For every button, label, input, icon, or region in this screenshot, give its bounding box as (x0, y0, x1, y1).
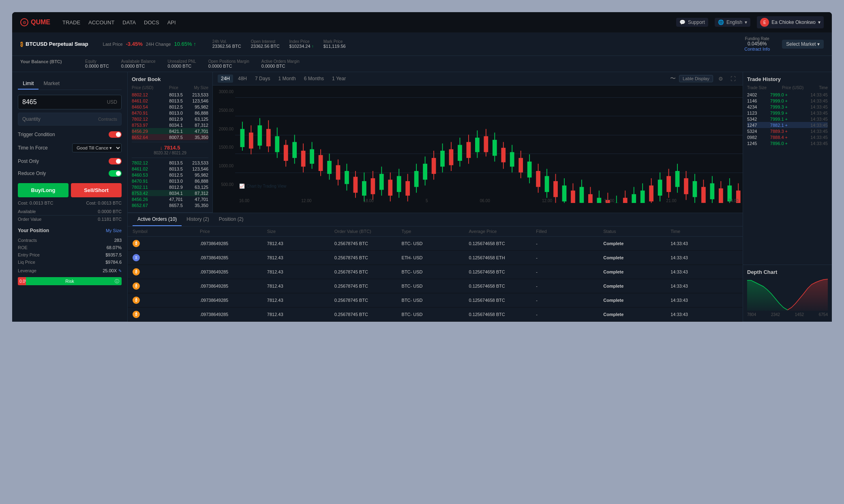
bid-row[interactable]: 8460.53 8012.5 95,982 (132, 172, 208, 178)
order-row[interactable]: ₿ .09738649285 7812.43 0.25678745 BTC BT… (128, 308, 743, 322)
user-menu[interactable]: E Ea Chioke Okonkwo ▾ (757, 16, 824, 28)
x-label-1: 12.00 (301, 199, 311, 203)
svg-rect-37 (397, 176, 401, 192)
bid-row[interactable]: 8461.02 8013.5 123,546 (132, 166, 208, 172)
contract-info-link[interactable]: Contract Info (744, 47, 770, 51)
qty-input[interactable] (22, 113, 98, 125)
ask-row[interactable]: 8652.64 8007.5 35,350 (132, 134, 208, 140)
chart-tab-48h[interactable]: 48H (235, 75, 250, 83)
order-symbol: ₿ (133, 268, 200, 275)
nav-api[interactable]: API (167, 18, 176, 27)
order-symbol: ₿ (133, 297, 200, 304)
last-price-value: -3.45% (126, 41, 143, 47)
support-button[interactable]: 💬 Support (676, 18, 708, 27)
trigger-toggle[interactable] (109, 131, 122, 138)
x-label-4: 06.00 (480, 199, 490, 203)
chart-tab-7d[interactable]: 7 Days (252, 75, 273, 83)
nav-trade[interactable]: TRADE (62, 18, 80, 27)
sell-short-button[interactable]: Sell/Short (71, 183, 122, 197)
bid-row[interactable]: 8456.26 47,701 47,701 (132, 196, 208, 202)
vol-value: 23362.56 BTC (212, 44, 241, 49)
price-input[interactable] (22, 95, 107, 109)
equity-item: Equity 0.0000 BTC (85, 59, 109, 68)
order-row[interactable]: ₿ .09738649285 7812.43 0.25678745 BTC BT… (128, 265, 743, 279)
available-row: Available 0.0000 BTC (18, 208, 122, 216)
ask-row[interactable]: 8470.91 8013.0 86,888 (132, 110, 208, 116)
content-area: Limit Market USD Contracts Trigger Condi… (12, 72, 832, 322)
th-col-time: Time (819, 85, 828, 90)
order-value: 0.1181 BTC (98, 217, 122, 222)
avail-balance-item: Availabale Balance 0.0000 BTC (121, 59, 156, 68)
tab-history[interactable]: History (2) (182, 213, 214, 226)
settings-icon[interactable]: ⚙ (716, 75, 725, 83)
roe-row: ROE 68.07% (18, 244, 122, 251)
order-size: 7812.43 (267, 241, 334, 246)
roe-label: ROE (18, 245, 28, 250)
my-size-button[interactable]: My Size (106, 228, 122, 233)
tab-limit[interactable]: Limit (18, 78, 39, 90)
risk-info-icon[interactable]: ⓘ (115, 277, 119, 285)
leverage-edit-icon[interactable]: ✎ (118, 269, 122, 273)
post-only-toggle[interactable] (109, 158, 122, 164)
order-type-tabs: Limit Market (18, 78, 122, 90)
order-row[interactable]: ₿ .09738649285 7812.43 0.25678745 BTC BT… (128, 237, 743, 251)
wave-icon[interactable]: 〜 (670, 75, 676, 82)
ask-row[interactable]: 8461.02 8013.5 123,546 (132, 98, 208, 104)
ask-row[interactable]: 8456.29 8421.1 47,701 (132, 128, 208, 134)
change-value: 10.65% ↑ (174, 41, 196, 47)
chart-tab-24h[interactable]: 24H (218, 75, 233, 83)
contracts-row: Contracts 283 (18, 237, 122, 244)
nav-docs[interactable]: DOCS (144, 18, 159, 27)
ask-row[interactable]: 7802.12 8012.9 63,125 (132, 116, 208, 122)
svg-rect-67 (527, 162, 532, 177)
svg-marker-137 (788, 279, 828, 311)
order-row[interactable]: Ξ .09738649285 7812.43 0.25678745 BTC ET… (128, 251, 743, 265)
order-size: 7812.43 (267, 255, 334, 260)
bid-row[interactable]: 8753.42 8034.1 87,312 (132, 190, 208, 196)
ask-row[interactable]: 8753.97 8034.1 87,312 (132, 122, 208, 128)
ask-row[interactable]: 8460.54 8012.5 95,982 (132, 104, 208, 110)
svg-rect-23 (336, 165, 341, 180)
order-status: Complete (603, 284, 670, 288)
th-col-size: Trade Size (747, 85, 767, 90)
select-market-button[interactable]: Select Market ▾ (782, 40, 824, 49)
order-row[interactable]: ₿ .09738649285 7812.43 0.25678745 BTC BT… (128, 279, 743, 293)
buy-long-button[interactable]: Buy/Long (18, 183, 69, 197)
order-row[interactable]: ₿ .09738649285 7812.43 0.25678745 BTC BT… (128, 293, 743, 308)
order-value-row: Order Value 0.1181 BTC (18, 216, 122, 223)
open-margin-value: 0.0000 BTC (208, 64, 249, 68)
trade-row: 1245 7896.0 + 14:33:45 (747, 140, 828, 146)
bid-row[interactable]: 8470.91 8013.0 86,888 (132, 178, 208, 184)
tab-market[interactable]: Market (39, 78, 64, 90)
bid-row[interactable]: 8652.67 8657.5 35,350 (132, 202, 208, 208)
balance-bar: Your Balance (BTC) Equity 0.0000 BTC Ava… (12, 56, 832, 72)
logo[interactable]: ⊙ QUME (20, 18, 50, 26)
trigger-label: Trigger Condition (18, 132, 55, 137)
y-label-1: 2500.00 (214, 108, 233, 113)
reduce-only-toggle[interactable] (109, 170, 122, 177)
time-force-select[interactable]: Good Till Cance ▾ (72, 143, 122, 152)
tab-active-orders[interactable]: Active Orders (10) (133, 213, 182, 226)
position-section: Your Position My Size Contracts 283 ROE … (18, 228, 122, 285)
svg-rect-53 (467, 142, 471, 158)
chart-tab-6m[interactable]: 6 Months (301, 75, 327, 83)
chart-tab-1y[interactable]: 1 Year (329, 75, 349, 83)
svg-rect-59 (493, 140, 497, 156)
language-button[interactable]: 🌐 English ▾ (715, 18, 750, 27)
bid-row[interactable]: 7802.11 8012.9 63,125 (132, 184, 208, 190)
tab-position[interactable]: Position (2) (214, 213, 248, 226)
order-avg-price: 0.125674658 BTC (469, 284, 536, 288)
language-icon: 🌐 (718, 19, 724, 25)
label-display-button[interactable]: Lable Display (679, 75, 713, 82)
last-price-label: Last Price (103, 42, 123, 47)
bid-row[interactable]: 7802.12 8013.5 213,533 (132, 160, 208, 166)
orderbook-headers: Price (USD) Price My Size (132, 85, 208, 90)
ask-row[interactable]: 8802.12 8013.5 213,533 (132, 92, 208, 98)
chart-tab-1m[interactable]: 1 Month (275, 75, 299, 83)
svg-rect-55 (475, 138, 480, 152)
nav-data[interactable]: DATA (122, 18, 136, 27)
roe-value: 68.07% (107, 245, 122, 250)
nav-account[interactable]: ACCOUNT (88, 18, 114, 27)
user-chevron-icon: ▾ (818, 19, 820, 25)
fullscreen-icon[interactable]: ⛶ (728, 75, 738, 83)
